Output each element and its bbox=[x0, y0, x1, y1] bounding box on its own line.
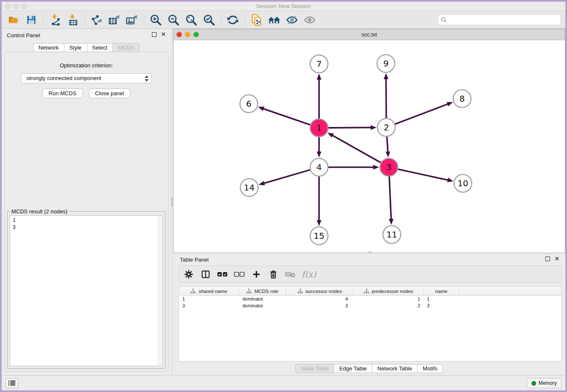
canvas-resize-handle[interactable] bbox=[368, 251, 372, 253]
table-row[interactable]: 1 dominator 4 1 1 bbox=[179, 296, 561, 303]
float-panel-icon[interactable] bbox=[152, 32, 157, 37]
graph-node-14[interactable]: 14 bbox=[240, 179, 258, 196]
svg-text:8: 8 bbox=[460, 94, 465, 104]
tab-select[interactable]: Select bbox=[87, 43, 113, 52]
column-header[interactable]: name bbox=[424, 287, 460, 295]
cell-shared-name[interactable]: 1 bbox=[179, 296, 239, 303]
zoom-in-icon[interactable] bbox=[148, 13, 163, 27]
graph-edge-1-6[interactable] bbox=[258, 107, 311, 125]
network-window-title: scc.txt bbox=[173, 31, 565, 38]
tab-network-table[interactable]: Network Table bbox=[372, 364, 417, 373]
cell-name[interactable]: 3 bbox=[424, 303, 460, 309]
graph-edge-3-11[interactable] bbox=[389, 176, 394, 225]
result-scrollbar[interactable] bbox=[158, 216, 162, 366]
close-panel-button[interactable]: Close panel bbox=[89, 88, 131, 98]
cell-predecessor-nodes[interactable]: 2 bbox=[354, 303, 424, 309]
tab-edge-table[interactable]: Edge Table bbox=[334, 364, 372, 373]
mcds-result-list[interactable]: 1 3 bbox=[10, 215, 163, 366]
float-table-panel-icon[interactable] bbox=[545, 257, 550, 261]
graph-node-15[interactable]: 15 bbox=[310, 227, 328, 245]
graph-edge-1-4[interactable] bbox=[317, 137, 322, 157]
graph-node-3[interactable]: 3 bbox=[380, 158, 398, 176]
zoom-fit-icon[interactable] bbox=[184, 13, 199, 27]
column-header[interactable]: successor nodes bbox=[286, 287, 354, 295]
table-header-row: shared name MCDS role successor nodes pr… bbox=[179, 287, 561, 296]
cell-shared-name[interactable]: 3 bbox=[179, 303, 239, 309]
graph-edge-3-10[interactable] bbox=[398, 169, 454, 182]
graph-node-6[interactable]: 6 bbox=[240, 95, 258, 113]
cell-name[interactable]: 1 bbox=[424, 296, 460, 303]
column-header[interactable]: shared name bbox=[179, 287, 239, 295]
close-table-panel-icon[interactable]: ✕ bbox=[554, 257, 559, 261]
graph-edge-3-1[interactable] bbox=[328, 133, 381, 163]
export-network-icon[interactable] bbox=[89, 13, 104, 27]
export-table-icon[interactable] bbox=[107, 13, 122, 27]
table-options-gear-icon[interactable] bbox=[183, 269, 194, 280]
toolbar-separator bbox=[221, 14, 221, 26]
graph-node-9[interactable]: 9 bbox=[377, 55, 395, 72]
export-image-icon[interactable] bbox=[124, 13, 140, 27]
add-column-icon[interactable] bbox=[251, 269, 262, 280]
graph-node-8[interactable]: 8 bbox=[453, 90, 471, 108]
network-window-titlebar[interactable]: × − + scc.txt bbox=[173, 29, 565, 40]
graph-edge-4-3[interactable] bbox=[328, 165, 379, 170]
delete-column-icon[interactable] bbox=[268, 269, 279, 280]
close-panel-icon[interactable]: ✕ bbox=[161, 32, 166, 37]
graph-edge-4-14[interactable] bbox=[259, 170, 311, 185]
session-title: Session: New Session bbox=[2, 3, 565, 9]
search-field[interactable] bbox=[438, 14, 561, 25]
graph-node-1[interactable]: 1 bbox=[310, 119, 328, 137]
tab-motifs[interactable]: Motifs bbox=[417, 364, 443, 373]
import-table-icon[interactable] bbox=[65, 13, 80, 27]
zoom-selected-icon[interactable] bbox=[201, 13, 217, 27]
criterion-dropdown[interactable]: strongly connected component bbox=[21, 73, 152, 83]
graph-edge-2-3[interactable] bbox=[385, 136, 390, 157]
delete-table-icon bbox=[285, 269, 296, 280]
svg-text:15: 15 bbox=[314, 231, 324, 241]
tab-style[interactable]: Style bbox=[64, 43, 87, 52]
clear-selection-icon[interactable] bbox=[234, 269, 245, 280]
hide-selected-icon[interactable] bbox=[284, 13, 300, 27]
graph-edge-2-8[interactable] bbox=[395, 102, 453, 124]
search-input[interactable] bbox=[449, 15, 558, 24]
cell-mcds-role[interactable]: dominator bbox=[239, 296, 286, 303]
cell-successor-nodes[interactable]: 3 bbox=[286, 303, 354, 309]
cell-successor-nodes[interactable]: 4 bbox=[286, 296, 354, 303]
table-row[interactable]: 3 dominator 3 2 3 bbox=[179, 303, 561, 309]
mcds-tab-content: Optimization criterion: strongly connect… bbox=[4, 52, 168, 372]
tab-network[interactable]: Network bbox=[33, 43, 64, 52]
open-session-icon[interactable] bbox=[6, 13, 21, 27]
graph-edge-4-15[interactable] bbox=[317, 176, 322, 226]
memory-button[interactable]: Memory bbox=[527, 378, 561, 388]
graph-edge-1-2[interactable] bbox=[328, 125, 377, 130]
import-network-icon[interactable] bbox=[47, 13, 63, 27]
graph-edge-1-7[interactable] bbox=[317, 74, 322, 119]
column-header[interactable]: predecessor nodes bbox=[354, 287, 424, 295]
show-all-icon[interactable] bbox=[302, 13, 317, 27]
node-table: shared name MCDS role successor nodes pr… bbox=[179, 286, 562, 362]
select-all-icon[interactable] bbox=[217, 269, 228, 280]
cell-predecessor-nodes[interactable]: 1 bbox=[354, 296, 424, 303]
tab-mcds[interactable]: MCDS bbox=[113, 43, 140, 52]
mcds-result-title: MCDS result (2 nodes) bbox=[10, 208, 69, 215]
tab-node-table[interactable]: Node Table bbox=[295, 364, 334, 373]
graph-node-4[interactable]: 4 bbox=[310, 158, 328, 176]
cell-mcds-role[interactable]: dominator bbox=[239, 303, 286, 309]
column-header[interactable]: MCDS role bbox=[239, 287, 286, 295]
zoom-out-icon[interactable] bbox=[166, 13, 181, 27]
task-history-button[interactable] bbox=[6, 378, 18, 388]
graph-edge-2-9[interactable] bbox=[384, 73, 388, 119]
graph-node-2[interactable]: 2 bbox=[377, 119, 395, 136]
save-session-icon[interactable] bbox=[24, 13, 39, 27]
graph-node-11[interactable]: 11 bbox=[383, 226, 401, 243]
new-network-from-selection-icon[interactable] bbox=[249, 13, 264, 27]
first-neighbors-icon[interactable] bbox=[267, 13, 282, 27]
network-graph: 7968124314101511 bbox=[173, 40, 565, 253]
apply-layout-icon[interactable] bbox=[225, 13, 240, 27]
mcds-result-value: 3 bbox=[13, 224, 16, 231]
show-column-panel-icon[interactable] bbox=[200, 269, 211, 280]
graph-node-10[interactable]: 10 bbox=[454, 174, 472, 192]
network-canvas[interactable]: 7968124314101511 bbox=[173, 40, 565, 253]
run-mcds-button[interactable]: Run MCDS bbox=[42, 88, 83, 98]
graph-node-7[interactable]: 7 bbox=[310, 55, 328, 73]
